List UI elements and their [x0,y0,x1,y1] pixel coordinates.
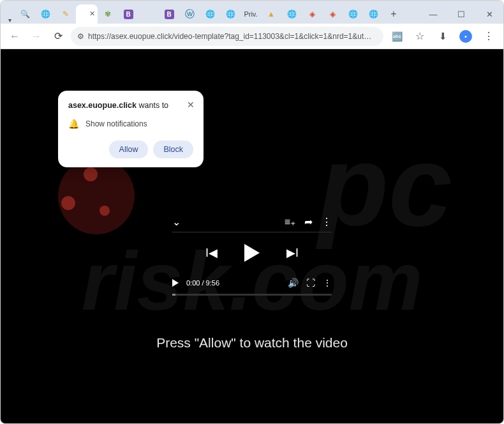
more-icon[interactable]: ⋮ [322,216,332,228]
prompt-permission-label: Show notifications [85,119,147,128]
tab-12[interactable]: Priv. [241,4,261,24]
wordpress-icon: ⓦ [184,9,195,19]
leaf-icon: ✾ [103,9,113,19]
block-button[interactable]: Block [153,140,193,158]
prompt-close-button[interactable]: ✕ [187,100,195,110]
page-content: pc risk.com ⌄ ≡₊ ➦ ⋮ I◀ ▶I 0:00 / 9:56 🔊… [1,49,503,423]
site-settings-icon[interactable]: ⚙ [77,32,84,41]
watermark-dot [61,196,75,210]
notification-prompt: ✕ asex.euopue.click wants to 🔔 Show noti… [58,91,204,167]
video-player: ⌄ ≡₊ ➦ ⋮ I◀ ▶I 0:00 / 9:56 🔊 ⛶ ⋮ [172,212,332,296]
share-icon[interactable]: ➦ [304,216,313,228]
brave-icon: ◈ [327,9,337,19]
tab-11[interactable]: 🌐 [220,4,241,24]
watermark-dot [84,167,98,181]
tab-3[interactable]: ✎ [56,4,76,24]
previous-track-icon[interactable]: I◀ [205,246,218,260]
seek-bar[interactable] [172,294,332,296]
volume-icon[interactable]: 🔊 [288,278,299,288]
tab-16[interactable]: ◈ [322,4,343,24]
tab-10[interactable]: 🌐 [200,4,220,24]
tab-label: Priv. [241,10,260,18]
globe-icon: 🌐 [225,9,235,19]
prompt-title: asex.euopue.click wants to [68,101,193,110]
menu-button[interactable]: ⋮ [479,27,498,46]
tab-2[interactable]: 🌐 [35,4,56,24]
tab-active[interactable]: ✕ [76,4,98,24]
address-bar: ← → ⟳ ⚙ https://asex.euopue.click/video-… [1,24,503,49]
brave-icon: ◈ [307,9,317,19]
back-button[interactable]: ← [6,27,24,45]
tab-7[interactable] [138,4,159,24]
reload-button[interactable]: ⟳ [49,27,67,45]
profile-button[interactable]: • [456,27,475,46]
watermark-pc: pc [318,119,452,252]
tab-dropdown-icon[interactable]: ▾ [4,17,15,24]
bookmark-icon[interactable]: ☆ [410,27,429,46]
play-button[interactable] [244,244,260,262]
next-track-icon[interactable]: ▶I [286,246,299,260]
tab-9[interactable]: ⓦ [179,4,200,24]
bell-icon: 🔔 [68,119,79,129]
bootstrap-icon: B [165,10,174,19]
allow-button[interactable]: Allow [109,140,149,158]
fullscreen-icon[interactable]: ⛶ [306,278,315,288]
forward-button: → [27,27,45,45]
minimize-button[interactable]: — [419,4,447,24]
flame-icon: ▲ [266,9,276,19]
tab-15[interactable]: ◈ [302,4,322,24]
tab-18[interactable]: 🌐 [363,4,383,24]
watermark-dot [100,206,110,216]
new-tab-button[interactable]: + [383,4,404,24]
globe-icon: 🌐 [40,9,50,19]
magnifier-icon: 🔍 [20,9,30,19]
url-text: https://asex.euopue.click/video-template… [88,32,377,41]
tab-14[interactable]: 🌐 [281,4,302,24]
close-icon[interactable]: ✕ [89,10,95,18]
tab-13[interactable]: ▲ [261,4,281,24]
globe-icon: 🌐 [205,9,215,19]
tab-6[interactable]: B [118,4,138,24]
cta-text: Press "Allow" to watch the video [156,335,348,351]
pencil-icon: ✎ [61,9,71,19]
close-window-button[interactable]: ✕ [475,4,503,24]
tab-8[interactable]: B [159,4,179,24]
time-display: 0:00 / 9:56 [186,279,219,287]
tab-1[interactable]: 🔍 [15,4,35,24]
tab-strip: ▾ 🔍 🌐 ✎ ✕ ✾ B B ⓦ 🌐 🌐 Priv. ▲ 🌐 ◈ ◈ 🌐 🌐 … [1,1,503,24]
globe-icon: 🌐 [368,9,378,19]
bootstrap-icon: B [124,10,133,19]
play-small-icon[interactable] [172,279,179,287]
translate-icon[interactable]: 🔤 [387,27,406,46]
globe-icon: 🌐 [286,9,297,19]
download-icon[interactable]: ⬇ [433,27,452,46]
maximize-button[interactable]: ☐ [447,4,475,24]
tab-17[interactable]: 🌐 [343,4,363,24]
avatar: • [459,30,472,43]
playlist-add-icon[interactable]: ≡₊ [285,216,295,228]
globe-icon: 🌐 [348,9,358,19]
tab-5[interactable]: ✾ [98,4,118,24]
overflow-icon[interactable]: ⋮ [323,278,332,288]
chevron-down-icon[interactable]: ⌄ [172,216,181,228]
url-bar[interactable]: ⚙ https://asex.euopue.click/video-templa… [71,27,383,46]
